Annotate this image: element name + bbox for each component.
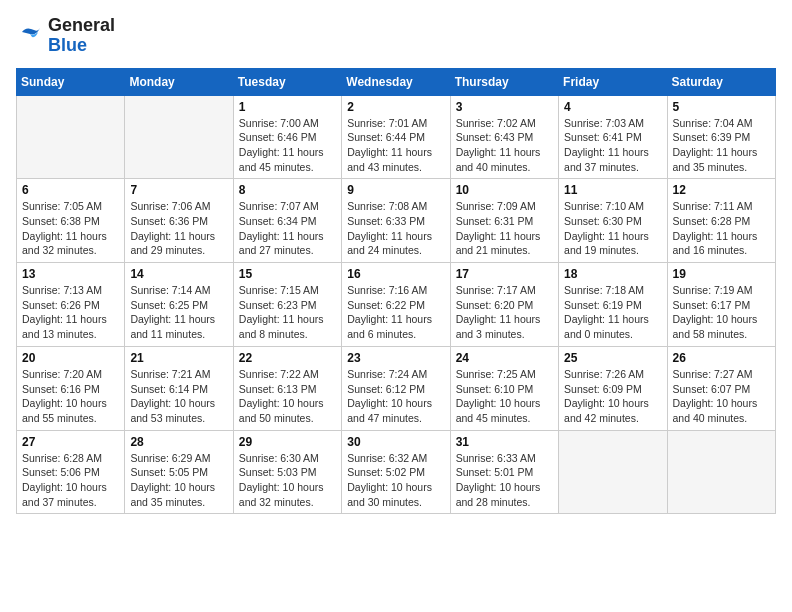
day-info: Sunrise: 6:32 AMSunset: 5:02 PMDaylight:… — [347, 451, 444, 510]
table-row: 21Sunrise: 7:21 AMSunset: 6:14 PMDayligh… — [125, 346, 233, 430]
table-row: 3Sunrise: 7:02 AMSunset: 6:43 PMDaylight… — [450, 95, 558, 179]
day-number: 7 — [130, 183, 227, 197]
table-row — [125, 95, 233, 179]
svg-rect-0 — [16, 22, 44, 50]
table-row: 12Sunrise: 7:11 AMSunset: 6:28 PMDayligh… — [667, 179, 775, 263]
day-info: Sunrise: 7:22 AMSunset: 6:13 PMDaylight:… — [239, 367, 336, 426]
day-info: Sunrise: 7:09 AMSunset: 6:31 PMDaylight:… — [456, 199, 553, 258]
table-row: 5Sunrise: 7:04 AMSunset: 6:39 PMDaylight… — [667, 95, 775, 179]
calendar-header-row: Sunday Monday Tuesday Wednesday Thursday… — [17, 68, 776, 95]
day-number: 2 — [347, 100, 444, 114]
day-number: 17 — [456, 267, 553, 281]
table-row: 19Sunrise: 7:19 AMSunset: 6:17 PMDayligh… — [667, 263, 775, 347]
day-number: 23 — [347, 351, 444, 365]
table-row: 30Sunrise: 6:32 AMSunset: 5:02 PMDayligh… — [342, 430, 450, 514]
calendar-week-row: 27Sunrise: 6:28 AMSunset: 5:06 PMDayligh… — [17, 430, 776, 514]
day-number: 24 — [456, 351, 553, 365]
page-header: General Blue — [16, 16, 776, 56]
day-info: Sunrise: 7:07 AMSunset: 6:34 PMDaylight:… — [239, 199, 336, 258]
calendar-week-row: 6Sunrise: 7:05 AMSunset: 6:38 PMDaylight… — [17, 179, 776, 263]
table-row: 28Sunrise: 6:29 AMSunset: 5:05 PMDayligh… — [125, 430, 233, 514]
col-wednesday: Wednesday — [342, 68, 450, 95]
day-info: Sunrise: 7:11 AMSunset: 6:28 PMDaylight:… — [673, 199, 770, 258]
day-number: 6 — [22, 183, 119, 197]
calendar: Sunday Monday Tuesday Wednesday Thursday… — [16, 68, 776, 515]
col-saturday: Saturday — [667, 68, 775, 95]
day-info: Sunrise: 7:25 AMSunset: 6:10 PMDaylight:… — [456, 367, 553, 426]
day-number: 29 — [239, 435, 336, 449]
day-number: 31 — [456, 435, 553, 449]
day-info: Sunrise: 7:26 AMSunset: 6:09 PMDaylight:… — [564, 367, 661, 426]
day-number: 13 — [22, 267, 119, 281]
col-monday: Monday — [125, 68, 233, 95]
table-row — [17, 95, 125, 179]
day-info: Sunrise: 7:14 AMSunset: 6:25 PMDaylight:… — [130, 283, 227, 342]
table-row — [667, 430, 775, 514]
day-info: Sunrise: 7:24 AMSunset: 6:12 PMDaylight:… — [347, 367, 444, 426]
day-info: Sunrise: 7:19 AMSunset: 6:17 PMDaylight:… — [673, 283, 770, 342]
col-friday: Friday — [559, 68, 667, 95]
table-row: 10Sunrise: 7:09 AMSunset: 6:31 PMDayligh… — [450, 179, 558, 263]
day-info: Sunrise: 7:15 AMSunset: 6:23 PMDaylight:… — [239, 283, 336, 342]
day-number: 14 — [130, 267, 227, 281]
col-thursday: Thursday — [450, 68, 558, 95]
day-number: 18 — [564, 267, 661, 281]
col-tuesday: Tuesday — [233, 68, 341, 95]
day-number: 30 — [347, 435, 444, 449]
logo-icon — [16, 22, 44, 50]
day-info: Sunrise: 6:29 AMSunset: 5:05 PMDaylight:… — [130, 451, 227, 510]
day-number: 22 — [239, 351, 336, 365]
table-row: 6Sunrise: 7:05 AMSunset: 6:38 PMDaylight… — [17, 179, 125, 263]
day-info: Sunrise: 7:04 AMSunset: 6:39 PMDaylight:… — [673, 116, 770, 175]
day-info: Sunrise: 6:30 AMSunset: 5:03 PMDaylight:… — [239, 451, 336, 510]
table-row: 18Sunrise: 7:18 AMSunset: 6:19 PMDayligh… — [559, 263, 667, 347]
day-info: Sunrise: 7:18 AMSunset: 6:19 PMDaylight:… — [564, 283, 661, 342]
day-number: 20 — [22, 351, 119, 365]
day-info: Sunrise: 7:17 AMSunset: 6:20 PMDaylight:… — [456, 283, 553, 342]
day-info: Sunrise: 7:21 AMSunset: 6:14 PMDaylight:… — [130, 367, 227, 426]
logo-text: General Blue — [48, 16, 115, 56]
day-info: Sunrise: 7:08 AMSunset: 6:33 PMDaylight:… — [347, 199, 444, 258]
day-info: Sunrise: 7:00 AMSunset: 6:46 PMDaylight:… — [239, 116, 336, 175]
day-info: Sunrise: 7:13 AMSunset: 6:26 PMDaylight:… — [22, 283, 119, 342]
table-row: 31Sunrise: 6:33 AMSunset: 5:01 PMDayligh… — [450, 430, 558, 514]
day-number: 15 — [239, 267, 336, 281]
day-info: Sunrise: 6:28 AMSunset: 5:06 PMDaylight:… — [22, 451, 119, 510]
calendar-week-row: 13Sunrise: 7:13 AMSunset: 6:26 PMDayligh… — [17, 263, 776, 347]
day-info: Sunrise: 7:05 AMSunset: 6:38 PMDaylight:… — [22, 199, 119, 258]
day-number: 25 — [564, 351, 661, 365]
day-info: Sunrise: 7:03 AMSunset: 6:41 PMDaylight:… — [564, 116, 661, 175]
calendar-week-row: 20Sunrise: 7:20 AMSunset: 6:16 PMDayligh… — [17, 346, 776, 430]
table-row: 1Sunrise: 7:00 AMSunset: 6:46 PMDaylight… — [233, 95, 341, 179]
day-number: 4 — [564, 100, 661, 114]
table-row: 26Sunrise: 7:27 AMSunset: 6:07 PMDayligh… — [667, 346, 775, 430]
day-number: 26 — [673, 351, 770, 365]
day-number: 21 — [130, 351, 227, 365]
col-sunday: Sunday — [17, 68, 125, 95]
day-info: Sunrise: 7:01 AMSunset: 6:44 PMDaylight:… — [347, 116, 444, 175]
day-info: Sunrise: 7:16 AMSunset: 6:22 PMDaylight:… — [347, 283, 444, 342]
day-info: Sunrise: 7:20 AMSunset: 6:16 PMDaylight:… — [22, 367, 119, 426]
day-number: 3 — [456, 100, 553, 114]
calendar-week-row: 1Sunrise: 7:00 AMSunset: 6:46 PMDaylight… — [17, 95, 776, 179]
table-row: 13Sunrise: 7:13 AMSunset: 6:26 PMDayligh… — [17, 263, 125, 347]
table-row: 16Sunrise: 7:16 AMSunset: 6:22 PMDayligh… — [342, 263, 450, 347]
day-number: 12 — [673, 183, 770, 197]
table-row: 11Sunrise: 7:10 AMSunset: 6:30 PMDayligh… — [559, 179, 667, 263]
day-info: Sunrise: 7:06 AMSunset: 6:36 PMDaylight:… — [130, 199, 227, 258]
day-number: 11 — [564, 183, 661, 197]
day-number: 9 — [347, 183, 444, 197]
day-info: Sunrise: 6:33 AMSunset: 5:01 PMDaylight:… — [456, 451, 553, 510]
day-number: 8 — [239, 183, 336, 197]
day-number: 1 — [239, 100, 336, 114]
table-row: 9Sunrise: 7:08 AMSunset: 6:33 PMDaylight… — [342, 179, 450, 263]
table-row: 14Sunrise: 7:14 AMSunset: 6:25 PMDayligh… — [125, 263, 233, 347]
day-number: 16 — [347, 267, 444, 281]
day-number: 27 — [22, 435, 119, 449]
day-number: 28 — [130, 435, 227, 449]
table-row: 27Sunrise: 6:28 AMSunset: 5:06 PMDayligh… — [17, 430, 125, 514]
table-row: 2Sunrise: 7:01 AMSunset: 6:44 PMDaylight… — [342, 95, 450, 179]
day-info: Sunrise: 7:02 AMSunset: 6:43 PMDaylight:… — [456, 116, 553, 175]
table-row — [559, 430, 667, 514]
day-number: 19 — [673, 267, 770, 281]
